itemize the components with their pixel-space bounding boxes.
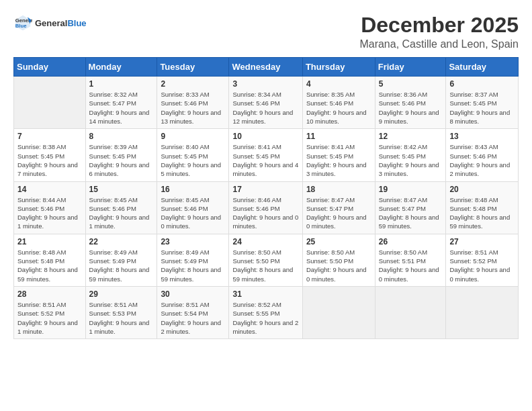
weekday-header-wednesday: Wednesday: [229, 58, 302, 77]
day-info: Sunrise: 8:47 AMSunset: 5:47 PMDaylight:…: [306, 195, 371, 231]
day-info: Sunrise: 8:45 AMSunset: 5:46 PMDaylight:…: [161, 195, 225, 231]
day-number: 29: [89, 289, 154, 299]
day-info: Sunrise: 8:51 AMSunset: 5:53 PMDaylight:…: [89, 300, 154, 336]
day-number: 16: [161, 185, 225, 194]
calendar-cell-4-2: 22Sunrise: 8:49 AMSunset: 5:49 PMDayligh…: [85, 234, 157, 286]
day-info: Sunrise: 8:46 AMSunset: 5:46 PMDaylight:…: [232, 195, 298, 231]
day-info: Sunrise: 8:37 AMSunset: 5:45 PMDaylight:…: [449, 90, 515, 126]
day-number: 9: [161, 132, 225, 141]
calendar-cell-1-5: 4Sunrise: 8:35 AMSunset: 5:46 PMDaylight…: [302, 77, 375, 129]
day-info: Sunrise: 8:49 AMSunset: 5:49 PMDaylight:…: [161, 248, 225, 283]
day-info: Sunrise: 8:34 AMSunset: 5:46 PMDaylight:…: [232, 90, 298, 126]
calendar-cell-2-1: 7Sunrise: 8:38 AMSunset: 5:45 PMDaylight…: [14, 129, 86, 181]
day-info: Sunrise: 8:47 AMSunset: 5:47 PMDaylight:…: [379, 195, 443, 231]
day-info: Sunrise: 8:32 AMSunset: 5:47 PMDaylight:…: [89, 90, 154, 126]
day-number: 1: [89, 79, 154, 89]
calendar-cell-3-4: 17Sunrise: 8:46 AMSunset: 5:46 PMDayligh…: [229, 181, 302, 234]
calendar-cell-2-6: 12Sunrise: 8:42 AMSunset: 5:45 PMDayligh…: [375, 129, 446, 181]
calendar-cell-1-1: [14, 77, 86, 129]
day-number: 6: [449, 79, 515, 89]
calendar-cell-2-7: 13Sunrise: 8:43 AMSunset: 5:46 PMDayligh…: [446, 129, 519, 181]
weekday-header-row: SundayMondayTuesdayWednesdayThursdayFrid…: [14, 58, 519, 77]
day-info: Sunrise: 8:50 AMSunset: 5:50 PMDaylight:…: [232, 248, 298, 283]
day-info: Sunrise: 8:36 AMSunset: 5:46 PMDaylight:…: [379, 90, 443, 126]
page-header: General Blue GeneralBlue December 2025 M…: [13, 13, 519, 50]
calendar-cell-1-6: 5Sunrise: 8:36 AMSunset: 5:46 PMDaylight…: [375, 77, 446, 129]
day-number: 5: [379, 79, 443, 89]
logo-general: General: [35, 18, 67, 28]
day-info: Sunrise: 8:52 AMSunset: 5:55 PMDaylight:…: [232, 300, 298, 336]
day-number: 24: [232, 237, 298, 246]
calendar-cell-2-2: 8Sunrise: 8:39 AMSunset: 5:45 PMDaylight…: [85, 129, 157, 181]
day-number: 23: [161, 237, 225, 246]
day-number: 26: [379, 237, 443, 246]
calendar-cell-1-3: 2Sunrise: 8:33 AMSunset: 5:46 PMDaylight…: [157, 77, 229, 129]
logo-blue: Blue: [67, 18, 86, 28]
weekday-header-thursday: Thursday: [302, 58, 375, 77]
calendar-week-4: 21Sunrise: 8:48 AMSunset: 5:48 PMDayligh…: [14, 234, 519, 286]
day-info: Sunrise: 8:41 AMSunset: 5:45 PMDaylight:…: [232, 142, 298, 178]
day-info: Sunrise: 8:48 AMSunset: 5:48 PMDaylight:…: [449, 195, 515, 231]
calendar-cell-5-2: 29Sunrise: 8:51 AMSunset: 5:53 PMDayligh…: [85, 286, 157, 338]
day-number: 14: [17, 185, 82, 194]
calendar-cell-3-2: 15Sunrise: 8:45 AMSunset: 5:46 PMDayligh…: [85, 181, 157, 234]
calendar-cell-4-7: 27Sunrise: 8:51 AMSunset: 5:52 PMDayligh…: [446, 234, 519, 286]
day-info: Sunrise: 8:44 AMSunset: 5:46 PMDaylight:…: [17, 195, 82, 231]
month-title: December 2025: [359, 13, 519, 37]
day-number: 28: [17, 289, 82, 299]
calendar-cell-4-6: 26Sunrise: 8:50 AMSunset: 5:51 PMDayligh…: [375, 234, 446, 286]
calendar-cell-3-5: 18Sunrise: 8:47 AMSunset: 5:47 PMDayligh…: [302, 181, 375, 234]
calendar-cell-5-1: 28Sunrise: 8:51 AMSunset: 5:52 PMDayligh…: [14, 286, 86, 338]
day-info: Sunrise: 8:48 AMSunset: 5:48 PMDaylight:…: [17, 248, 82, 283]
day-number: 15: [89, 185, 154, 194]
title-block: December 2025 Marana, Castille and Leon,…: [359, 13, 519, 50]
day-number: 18: [306, 185, 371, 194]
day-number: 10: [232, 132, 298, 141]
calendar-cell-1-4: 3Sunrise: 8:34 AMSunset: 5:46 PMDaylight…: [229, 77, 302, 129]
day-number: 25: [306, 237, 371, 246]
calendar-cell-1-7: 6Sunrise: 8:37 AMSunset: 5:45 PMDaylight…: [446, 77, 519, 129]
calendar-cell-3-6: 19Sunrise: 8:47 AMSunset: 5:47 PMDayligh…: [375, 181, 446, 234]
calendar-cell-4-4: 24Sunrise: 8:50 AMSunset: 5:50 PMDayligh…: [229, 234, 302, 286]
calendar-cell-4-5: 25Sunrise: 8:50 AMSunset: 5:50 PMDayligh…: [302, 234, 375, 286]
svg-text:Blue: Blue: [15, 23, 27, 29]
day-info: Sunrise: 8:40 AMSunset: 5:45 PMDaylight:…: [161, 142, 225, 178]
day-number: 31: [232, 289, 298, 299]
calendar-cell-5-7: [446, 286, 519, 338]
weekday-header-sunday: Sunday: [14, 58, 86, 77]
day-info: Sunrise: 8:33 AMSunset: 5:46 PMDaylight:…: [161, 90, 225, 126]
day-number: 17: [232, 185, 298, 194]
calendar-cell-3-1: 14Sunrise: 8:44 AMSunset: 5:46 PMDayligh…: [14, 181, 86, 234]
calendar-cell-2-3: 9Sunrise: 8:40 AMSunset: 5:45 PMDaylight…: [157, 129, 229, 181]
weekday-header-friday: Friday: [375, 58, 446, 77]
day-number: 4: [306, 79, 371, 89]
day-info: Sunrise: 8:45 AMSunset: 5:46 PMDaylight:…: [89, 195, 154, 231]
day-info: Sunrise: 8:51 AMSunset: 5:52 PMDaylight:…: [449, 248, 515, 283]
calendar-cell-5-6: [375, 286, 446, 338]
day-info: Sunrise: 8:51 AMSunset: 5:54 PMDaylight:…: [161, 300, 225, 336]
calendar-cell-3-3: 16Sunrise: 8:45 AMSunset: 5:46 PMDayligh…: [157, 181, 229, 234]
weekday-header-monday: Monday: [85, 58, 157, 77]
calendar-table: SundayMondayTuesdayWednesdayThursdayFrid…: [13, 57, 519, 339]
logo-icon: General Blue: [13, 13, 32, 32]
calendar-cell-4-1: 21Sunrise: 8:48 AMSunset: 5:48 PMDayligh…: [14, 234, 86, 286]
calendar-week-3: 14Sunrise: 8:44 AMSunset: 5:46 PMDayligh…: [14, 181, 519, 234]
day-number: 27: [449, 237, 515, 246]
calendar-week-5: 28Sunrise: 8:51 AMSunset: 5:52 PMDayligh…: [14, 286, 519, 338]
day-info: Sunrise: 8:35 AMSunset: 5:46 PMDaylight:…: [306, 90, 371, 126]
day-number: 30: [161, 289, 225, 299]
day-number: 20: [449, 185, 515, 194]
day-number: 7: [17, 132, 82, 141]
day-info: Sunrise: 8:50 AMSunset: 5:51 PMDaylight:…: [379, 248, 443, 283]
day-info: Sunrise: 8:50 AMSunset: 5:50 PMDaylight:…: [306, 248, 371, 283]
day-info: Sunrise: 8:42 AMSunset: 5:45 PMDaylight:…: [379, 142, 443, 178]
day-number: 13: [449, 132, 515, 141]
calendar-cell-3-7: 20Sunrise: 8:48 AMSunset: 5:48 PMDayligh…: [446, 181, 519, 234]
calendar-cell-4-3: 23Sunrise: 8:49 AMSunset: 5:49 PMDayligh…: [157, 234, 229, 286]
calendar-cell-1-2: 1Sunrise: 8:32 AMSunset: 5:47 PMDaylight…: [85, 77, 157, 129]
calendar-week-2: 7Sunrise: 8:38 AMSunset: 5:45 PMDaylight…: [14, 129, 519, 181]
weekday-header-tuesday: Tuesday: [157, 58, 229, 77]
weekday-header-saturday: Saturday: [446, 58, 519, 77]
logo: General Blue GeneralBlue: [13, 13, 87, 32]
calendar-cell-5-5: [302, 286, 375, 338]
